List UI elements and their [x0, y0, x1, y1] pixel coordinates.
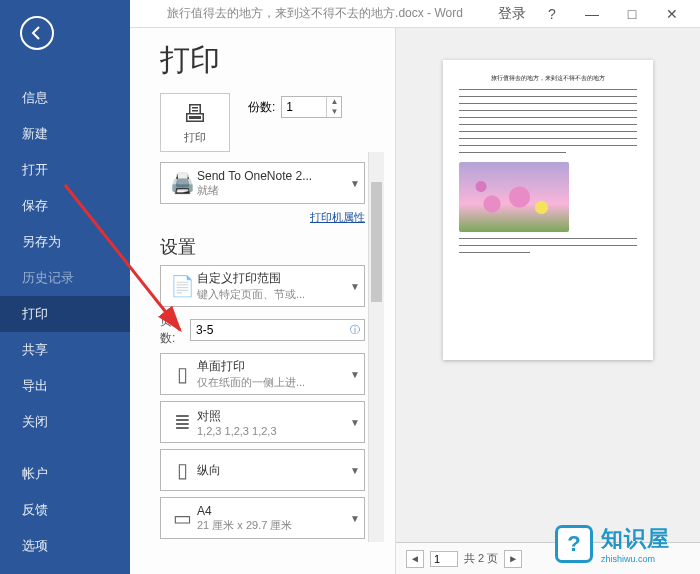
paper-icon: ▭ [167, 503, 197, 533]
page-title: 打印 [160, 40, 395, 81]
page-number-input[interactable] [430, 551, 458, 567]
nav-close[interactable]: 关闭 [0, 404, 130, 440]
watermark: ? 知识屋 zhishiwu.com [555, 524, 670, 564]
chevron-down-icon: ▼ [350, 417, 360, 428]
printer-icon: 🖶 [161, 100, 229, 128]
chevron-down-icon: ▼ [350, 465, 360, 476]
collate-sub: 1,2,3 1,2,3 1,2,3 [197, 425, 346, 437]
watermark-text: 知识屋 [601, 526, 670, 551]
print-settings-column: 打印 🖶 打印 份数: ▲ ▼ 🖨️ Send To OneNote 2... [130, 28, 395, 574]
title-bar: 旅行值得去的地方，来到这不得不去的地方.docx - Word 登录 ? — □… [130, 0, 700, 28]
paper-title: A4 [197, 504, 346, 518]
close-button[interactable]: ✕ [652, 6, 692, 22]
nav-save[interactable]: 保存 [0, 188, 130, 224]
page-range-icon: 📄 [167, 271, 197, 301]
nav-open[interactable]: 打开 [0, 152, 130, 188]
settings-scrollbar[interactable] [368, 152, 384, 542]
prev-page-button[interactable]: ◄ [406, 550, 424, 568]
preview-doc-title: 旅行值得去的地方，来到这不得不去的地方 [459, 74, 637, 83]
backstage-sidebar: 信息 新建 打开 保存 另存为 历史记录 打印 共享 导出 关闭 帐户 反馈 选… [0, 0, 130, 574]
nav-print[interactable]: 打印 [0, 296, 130, 332]
single-side-icon: ▯ [167, 359, 197, 389]
collate-selector[interactable]: ≣ 对照 1,2,3 1,2,3 1,2,3 ▼ [160, 401, 365, 443]
printer-name: Send To OneNote 2... [197, 169, 346, 183]
watermark-url: zhishiwu.com [601, 554, 670, 564]
printer-status: 就绪 [197, 183, 346, 198]
chevron-down-icon: ▼ [350, 369, 360, 380]
nav-list: 信息 新建 打开 保存 另存为 历史记录 打印 共享 导出 关闭 帐户 反馈 选… [0, 80, 130, 564]
maximize-button[interactable]: □ [612, 6, 652, 22]
next-page-button[interactable]: ► [504, 550, 522, 568]
nav-options[interactable]: 选项 [0, 528, 130, 564]
copies-input[interactable] [282, 97, 326, 117]
copies-label: 份数: [248, 99, 275, 116]
collate-icon: ≣ [167, 407, 197, 437]
print-range-selector[interactable]: 📄 自定义打印范围 键入特定页面、节或... ▼ [160, 265, 365, 307]
preview-canvas: 旅行值得去的地方，来到这不得不去的地方 [396, 28, 700, 542]
info-icon[interactable]: ⓘ [350, 323, 360, 337]
back-button[interactable] [20, 16, 54, 50]
print-button[interactable]: 🖶 打印 [160, 93, 230, 152]
chevron-down-icon: ▼ [350, 281, 360, 292]
nav-history[interactable]: 历史记录 [0, 260, 130, 296]
login-button[interactable]: 登录 [492, 5, 532, 23]
orient-title: 纵向 [197, 462, 346, 479]
sided-title: 单面打印 [197, 358, 346, 375]
nav-account[interactable]: 帐户 [0, 456, 130, 492]
scrollbar-thumb[interactable] [371, 182, 382, 302]
collate-title: 对照 [197, 408, 346, 425]
copies-down[interactable]: ▼ [327, 107, 341, 117]
printer-selector[interactable]: 🖨️ Send To OneNote 2... 就绪 ▼ [160, 162, 365, 204]
portrait-icon: ▯ [167, 455, 197, 485]
paper-size-selector[interactable]: ▭ A4 21 厘米 x 29.7 厘米 ▼ [160, 497, 365, 539]
print-preview-pane: 旅行值得去的地方，来到这不得不去的地方 ◄ 共 2 页 ► [395, 28, 700, 574]
orientation-selector[interactable]: ▯ 纵向 ▼ [160, 449, 365, 491]
nav-saveas[interactable]: 另存为 [0, 224, 130, 260]
pages-label: 页数: [160, 313, 184, 347]
sided-sub: 仅在纸面的一侧上进... [197, 375, 346, 390]
paper-sub: 21 厘米 x 29.7 厘米 [197, 518, 346, 533]
range-sub: 键入特定页面、节或... [197, 287, 346, 302]
print-content: 打印 🖶 打印 份数: ▲ ▼ 🖨️ Send To OneNote 2... [130, 28, 700, 574]
nav-info[interactable]: 信息 [0, 80, 130, 116]
printer-device-icon: 🖨️ [167, 168, 197, 198]
back-arrow-icon [29, 25, 45, 41]
settings-heading: 设置 [160, 235, 384, 259]
range-title: 自定义打印范围 [197, 270, 346, 287]
copies-up[interactable]: ▲ [327, 97, 341, 107]
pages-input[interactable] [190, 319, 365, 341]
nav-feedback[interactable]: 反馈 [0, 492, 130, 528]
document-title: 旅行值得去的地方，来到这不得不去的地方.docx - Word [138, 5, 492, 22]
printer-properties-link[interactable]: 打印机属性 [310, 211, 365, 223]
nav-share[interactable]: 共享 [0, 332, 130, 368]
sided-selector[interactable]: ▯ 单面打印 仅在纸面的一侧上进... ▼ [160, 353, 365, 395]
pages-row: 页数: ⓘ [160, 313, 365, 347]
preview-page: 旅行值得去的地方，来到这不得不去的地方 [443, 60, 653, 360]
print-button-label: 打印 [161, 130, 229, 145]
chevron-down-icon: ▼ [350, 513, 360, 524]
nav-export[interactable]: 导出 [0, 368, 130, 404]
watermark-icon: ? [555, 525, 593, 563]
copies-row: 份数: ▲ ▼ [248, 96, 342, 118]
minimize-button[interactable]: — [572, 6, 612, 22]
preview-image-placeholder [459, 162, 569, 232]
nav-new[interactable]: 新建 [0, 116, 130, 152]
help-button[interactable]: ? [532, 6, 572, 22]
copies-spinner[interactable]: ▲ ▼ [281, 96, 342, 118]
chevron-down-icon: ▼ [350, 178, 360, 189]
page-total-label: 共 2 页 [464, 551, 498, 566]
